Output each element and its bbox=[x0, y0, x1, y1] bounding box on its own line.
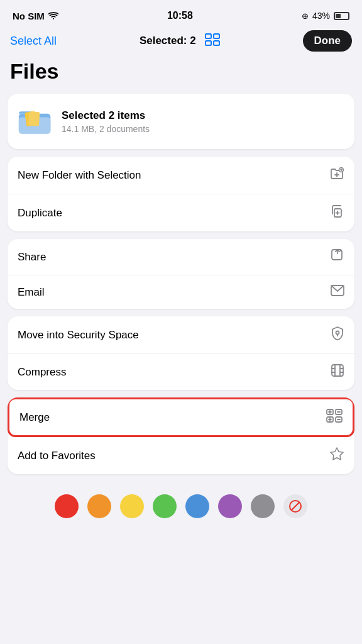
action-share[interactable]: Share bbox=[8, 239, 354, 275]
action-merge[interactable]: Merge bbox=[8, 397, 354, 437]
color-dot-gray[interactable] bbox=[251, 494, 275, 518]
svg-rect-2 bbox=[206, 41, 211, 45]
color-dot-yellow[interactable] bbox=[120, 494, 144, 518]
share-icon bbox=[331, 248, 344, 265]
carrier-label: No SIM bbox=[13, 11, 45, 21]
star-icon bbox=[329, 447, 344, 465]
action-group-1: New Folder with Selection Duplicate bbox=[8, 157, 354, 231]
color-dot-red[interactable] bbox=[55, 494, 79, 518]
content-area: Selected 2 items 14.1 MB, 2 documents Ne… bbox=[0, 94, 362, 533]
color-dot-none[interactable] bbox=[283, 494, 307, 518]
action-duplicate[interactable]: Duplicate bbox=[8, 194, 354, 231]
selection-info: Selected 2 items 14.1 MB, 2 documents bbox=[62, 109, 150, 134]
grid-view-icon[interactable] bbox=[205, 33, 220, 49]
select-all-button[interactable]: Select All bbox=[10, 35, 57, 48]
color-dot-blue[interactable] bbox=[185, 494, 209, 518]
action-email[interactable]: Email bbox=[8, 275, 354, 309]
nav-bar: Select All Selected: 2 Done bbox=[0, 28, 362, 57]
color-dot-purple[interactable] bbox=[218, 494, 242, 518]
status-right: ⊕ 43% bbox=[302, 11, 349, 21]
folder-icon bbox=[18, 104, 53, 139]
done-button[interactable]: Done bbox=[303, 30, 353, 52]
compress-icon bbox=[331, 364, 344, 380]
svg-line-39 bbox=[292, 502, 299, 510]
wifi-icon bbox=[48, 11, 58, 21]
selection-items-title: Selected 2 items bbox=[62, 109, 150, 122]
action-security-space[interactable]: Move into Security Space bbox=[8, 316, 354, 354]
action-compress[interactable]: Compress bbox=[8, 354, 354, 390]
action-email-label: Email bbox=[18, 286, 45, 299]
svg-rect-3 bbox=[214, 41, 219, 45]
location-icon: ⊕ bbox=[302, 11, 309, 21]
svg-rect-1 bbox=[214, 34, 219, 38]
selection-summary-card: Selected 2 items 14.1 MB, 2 documents bbox=[8, 94, 354, 149]
action-security-label: Move into Security Space bbox=[18, 329, 139, 341]
action-group-3: Move into Security Space Compress bbox=[8, 316, 354, 390]
color-dot-green[interactable] bbox=[153, 494, 177, 518]
action-new-folder-label: New Folder with Selection bbox=[18, 169, 141, 182]
action-duplicate-label: Duplicate bbox=[18, 207, 62, 219]
color-dots-row bbox=[8, 482, 354, 533]
lock-shield-icon bbox=[331, 326, 344, 344]
action-add-favorites[interactable]: Add to Favorites bbox=[8, 437, 354, 474]
svg-rect-0 bbox=[206, 34, 211, 38]
folder-plus-icon bbox=[329, 166, 344, 184]
svg-rect-7 bbox=[28, 111, 40, 126]
selected-count-label: Selected: 2 bbox=[140, 35, 196, 47]
duplicate-icon bbox=[329, 204, 344, 222]
merge-icon bbox=[326, 409, 343, 426]
battery-percent: 43% bbox=[312, 11, 330, 21]
action-favorites-label: Add to Favorites bbox=[18, 450, 96, 462]
status-bar: No SIM 10:58 ⊕ 43% bbox=[0, 0, 362, 28]
nav-center: Selected: 2 bbox=[140, 33, 220, 49]
svg-rect-20 bbox=[332, 365, 343, 376]
svg-marker-37 bbox=[331, 448, 343, 460]
color-dot-orange[interactable] bbox=[87, 494, 111, 518]
action-new-folder[interactable]: New Folder with Selection bbox=[8, 157, 354, 194]
page-title: Files bbox=[0, 57, 362, 94]
action-share-label: Share bbox=[18, 251, 46, 264]
battery-icon bbox=[334, 12, 349, 20]
carrier-wifi: No SIM bbox=[13, 11, 58, 21]
selection-items-subtitle: 14.1 MB, 2 documents bbox=[62, 124, 150, 134]
email-icon bbox=[331, 285, 344, 299]
action-group-4: Merge Add to Favorites bbox=[8, 397, 354, 474]
status-time: 10:58 bbox=[167, 10, 193, 21]
action-merge-label: Merge bbox=[19, 411, 50, 424]
action-compress-label: Compress bbox=[18, 366, 66, 379]
action-group-2: Share Email bbox=[8, 239, 354, 309]
